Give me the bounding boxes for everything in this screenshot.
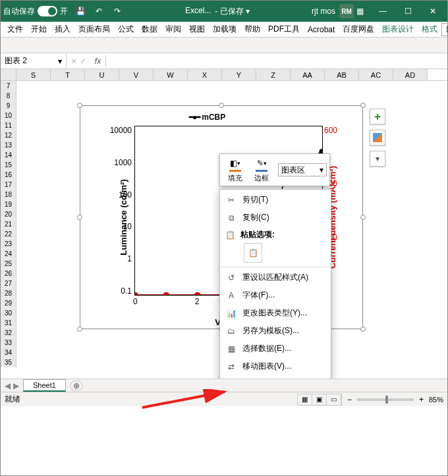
- redo-icon[interactable]: ↷: [111, 5, 123, 17]
- resize-handle[interactable]: [360, 327, 366, 332]
- menu-save-template[interactable]: 🗂另存为模板(S)...: [220, 322, 331, 340]
- row-header[interactable]: 23: [1, 239, 16, 249]
- col-header[interactable]: W: [154, 69, 188, 80]
- chart-filter-button[interactable]: ▾: [370, 151, 385, 167]
- paste-option-button[interactable]: 📋: [244, 243, 262, 263]
- col-header[interactable]: AB: [325, 69, 359, 80]
- row-header[interactable]: 8: [1, 91, 16, 101]
- row-header[interactable]: 17: [1, 180, 16, 190]
- fx-label[interactable]: fx: [90, 55, 106, 67]
- tab-acrobat[interactable]: Acrobat: [304, 22, 339, 37]
- row-header[interactable]: 13: [1, 140, 16, 150]
- row-header[interactable]: 15: [1, 160, 16, 170]
- row-header[interactable]: 7: [1, 81, 16, 91]
- fill-color-button[interactable]: ◧▾ 填充: [223, 157, 248, 183]
- col-header[interactable]: AC: [359, 69, 393, 80]
- undo-icon[interactable]: ↶: [93, 5, 105, 17]
- row-header[interactable]: 33: [1, 338, 16, 348]
- tab-chartdesign[interactable]: 图表设计: [378, 21, 418, 38]
- next-sheet-icon[interactable]: ▶: [13, 381, 19, 390]
- col-header[interactable]: T: [51, 69, 85, 80]
- resize-handle[interactable]: [360, 103, 366, 108]
- resize-handle[interactable]: [77, 103, 82, 108]
- col-header[interactable]: AD: [393, 69, 428, 80]
- menu-change-chart-type[interactable]: 📊更改图表类型(Y)...: [220, 304, 331, 322]
- row-header[interactable]: 20: [1, 209, 16, 219]
- menu-select-data[interactable]: ▦选择数据(E)...: [220, 340, 331, 357]
- col-header[interactable]: Y: [222, 69, 256, 80]
- resize-handle[interactable]: [77, 327, 82, 332]
- share-button[interactable]: ☐: [441, 23, 448, 36]
- col-header[interactable]: U: [85, 69, 119, 80]
- row-header[interactable]: 14: [1, 150, 16, 160]
- chart-area-combo[interactable]: 图表区 ▾: [278, 163, 327, 176]
- resize-handle[interactable]: [219, 103, 224, 108]
- tab-data[interactable]: 数据: [138, 21, 161, 38]
- row-header[interactable]: 34: [1, 348, 16, 357]
- minimize-button[interactable]: —: [371, 1, 395, 22]
- tab-view[interactable]: 视图: [185, 21, 209, 38]
- close-button[interactable]: ✕: [421, 1, 445, 22]
- col-header[interactable]: Z: [256, 69, 291, 80]
- row-header[interactable]: 9: [1, 101, 16, 111]
- tab-baidu[interactable]: 百度网盘: [339, 21, 378, 38]
- tab-home[interactable]: 开始: [27, 21, 51, 38]
- tab-format[interactable]: 格式: [418, 21, 441, 38]
- tab-review[interactable]: 审阅: [161, 21, 185, 38]
- row-header[interactable]: 16: [1, 170, 16, 180]
- sheet-tab[interactable]: Sheet1: [23, 379, 66, 392]
- select-all-corner[interactable]: [1, 69, 16, 80]
- tab-formulas[interactable]: 公式: [114, 21, 138, 38]
- row-header[interactable]: 11: [1, 120, 16, 130]
- row-header[interactable]: 10: [1, 111, 16, 120]
- ribbon-options-icon[interactable]: ▦: [354, 5, 366, 17]
- row-header[interactable]: 30: [1, 308, 16, 318]
- prev-sheet-icon[interactable]: ◀: [5, 381, 11, 390]
- tab-addins[interactable]: 加载项: [209, 21, 240, 38]
- autosave-toggle[interactable]: 自动保存 开: [3, 6, 68, 17]
- tab-help[interactable]: 帮助: [240, 21, 264, 38]
- menu-reset-style[interactable]: ↺重设以匹配样式(A): [220, 269, 331, 286]
- tab-insert[interactable]: 插入: [51, 21, 74, 38]
- row-header[interactable]: 28: [1, 288, 16, 298]
- legend-item[interactable]: mCBP: [189, 113, 225, 122]
- tab-pagelayout[interactable]: 页面布局: [74, 21, 114, 38]
- row-header[interactable]: 22: [1, 229, 16, 239]
- row-header[interactable]: 27: [1, 278, 16, 288]
- row-header[interactable]: 19: [1, 199, 16, 209]
- row-header[interactable]: 29: [1, 298, 16, 308]
- row-header[interactable]: 21: [1, 219, 16, 229]
- zoom-slider[interactable]: [357, 398, 414, 401]
- row-header[interactable]: 31: [1, 318, 16, 328]
- page-break-button[interactable]: ▭: [327, 394, 341, 405]
- tab-pdf[interactable]: PDF工具: [264, 21, 304, 38]
- row-header[interactable]: 25: [1, 259, 16, 269]
- row-header[interactable]: 26: [1, 269, 16, 278]
- save-icon[interactable]: 💾: [74, 5, 86, 17]
- col-header[interactable]: V: [119, 69, 154, 80]
- border-button[interactable]: ✎▾ 边框: [249, 157, 274, 183]
- menu-font[interactable]: A字体(F)...: [220, 286, 331, 304]
- col-header[interactable]: X: [188, 69, 222, 80]
- row-header[interactable]: 32: [1, 328, 16, 338]
- tab-file[interactable]: 文件: [3, 21, 27, 38]
- row-header[interactable]: 35: [1, 357, 16, 367]
- accept-formula-icon[interactable]: ✓: [80, 57, 86, 66]
- zoom-level[interactable]: 85%: [429, 396, 443, 404]
- name-box[interactable]: 图表 2 ▾: [1, 54, 67, 68]
- add-sheet-button[interactable]: ⊕: [70, 381, 83, 391]
- zoom-out-button[interactable]: −: [347, 395, 352, 404]
- chart-styles-button[interactable]: [370, 130, 385, 145]
- chart-elements-button[interactable]: ＋: [370, 109, 385, 124]
- row-header[interactable]: 24: [1, 249, 16, 259]
- maximize-button[interactable]: ☐: [396, 1, 420, 22]
- formula-input[interactable]: [106, 55, 447, 67]
- resize-handle[interactable]: [77, 215, 82, 220]
- account-area[interactable]: rjt mos RM: [312, 4, 354, 18]
- col-header[interactable]: S: [16, 69, 51, 80]
- menu-cut[interactable]: ✂剪切(T): [220, 191, 331, 209]
- normal-view-button[interactable]: ▦: [298, 394, 312, 405]
- col-header[interactable]: AA: [291, 69, 325, 80]
- menu-copy[interactable]: ⧉复制(C): [220, 209, 331, 226]
- page-layout-button[interactable]: ▣: [312, 394, 327, 405]
